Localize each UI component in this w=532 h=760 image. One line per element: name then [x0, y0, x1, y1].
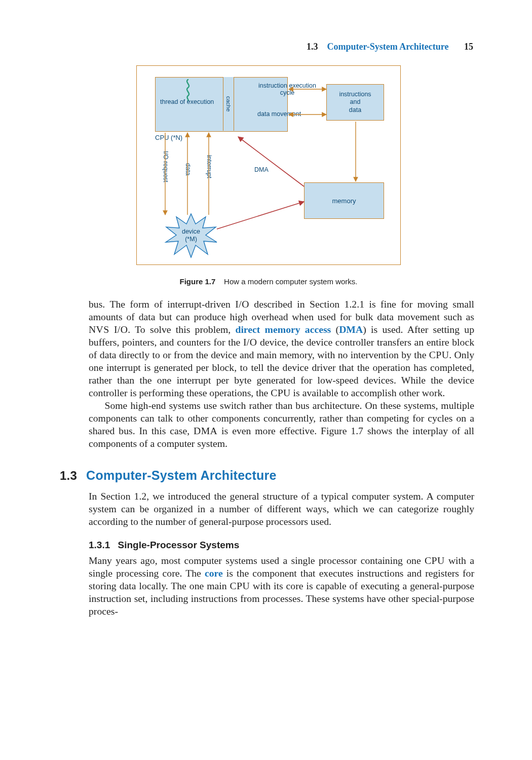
figure-caption-text: How a modern computer system works.: [224, 277, 357, 286]
para-1-3-intro: In Section 1.2, we introduced the genera…: [89, 490, 474, 528]
instructions-and-data-box: instructionsanddata: [326, 84, 384, 121]
memory-label: memory: [332, 197, 356, 205]
para-single-processor: Many years ago, most computer systems us…: [89, 554, 474, 618]
io-request-label: I/O request: [162, 151, 169, 182]
section-heading-1-3: 1.3 Computer-System Architecture: [60, 468, 476, 483]
para-switch: Some high-end systems use switch rather …: [89, 399, 474, 450]
header-section-number: 1.3: [307, 42, 318, 52]
body-text: bus. The form of interrupt-driven I/O de…: [89, 298, 474, 450]
device-label: device(*M): [182, 228, 200, 243]
para-dma: bus. The form of interrupt-driven I/O de…: [89, 298, 474, 399]
header-section-name: Computer-System Architecture: [327, 42, 448, 52]
figure-1-7: cache thread of execution CPU (*N) instr…: [61, 65, 476, 286]
running-header: 1.3 Computer-System Architecture 15: [61, 42, 476, 52]
subsection-title: Single-Processor Systems: [118, 540, 240, 550]
subsection-heading-1-3-1: 1.3.1 Single-Processor Systems: [89, 539, 474, 551]
figure-caption-number: Figure 1.7: [180, 277, 216, 286]
section-title: Computer-System Architecture: [86, 468, 277, 483]
dma-label: DMA: [254, 166, 269, 173]
subsection-number: 1.3.1: [89, 540, 110, 550]
term-core: core: [205, 567, 223, 579]
data-movement-label: data movement: [257, 110, 301, 118]
section-1-3-intro: In Section 1.2, we introduced the genera…: [89, 490, 474, 618]
figure-body: cache thread of execution CPU (*N) instr…: [136, 65, 401, 265]
term-direct-memory-access: direct memory access: [235, 324, 331, 335]
device-burst: device(*M): [164, 213, 218, 258]
page-number: 15: [464, 42, 473, 52]
instruction-execution-cycle-label: instruction executioncycle: [254, 82, 320, 97]
svg-line-7: [217, 202, 304, 229]
cache-strip: cache: [223, 77, 234, 131]
section-number: 1.3: [60, 469, 77, 483]
data-arrow-label: data: [184, 163, 192, 175]
term-dma: DMA: [339, 324, 363, 335]
svg-line-8: [238, 137, 304, 186]
memory-box: memory: [304, 182, 384, 219]
instructions-and-data-label: instructionsanddata: [339, 91, 371, 115]
cpu-label: CPU (*N): [155, 134, 182, 141]
thread-of-execution-label: thread of execution: [160, 98, 214, 105]
cache-label: cache: [225, 96, 232, 112]
interrupt-label: interrupt: [206, 155, 213, 178]
figure-caption: Figure 1.7 How a modern computer system …: [180, 277, 358, 286]
